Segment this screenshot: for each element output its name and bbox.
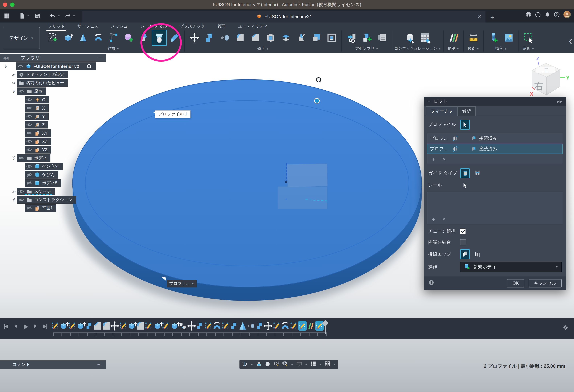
browser-row-平面1[interactable]: 平面1: [0, 204, 106, 212]
timeline-feature-21-sketch[interactable]: [221, 321, 230, 331]
offset-face-tool-button[interactable]: [217, 30, 233, 46]
web-icon[interactable]: [525, 11, 532, 19]
browser-row-名前の付いたビュー[interactable]: ≫名前の付いたビュー: [0, 79, 106, 87]
origin-point[interactable]: [285, 181, 287, 183]
save-button[interactable]: [33, 11, 42, 21]
timeline-feature-26-move[interactable]: [264, 321, 272, 331]
configuration-tool-button[interactable]: [403, 30, 418, 46]
visibility-on-icon[interactable]: [26, 138, 32, 144]
joint-table-tool-button[interactable]: [374, 30, 390, 46]
expand-dialog-icon[interactable]: ▶▶: [557, 99, 562, 103]
presspull-tool-button[interactable]: [202, 30, 217, 46]
timeline-feature-17-move[interactable]: [187, 321, 196, 331]
timeline-feature-28-revolve[interactable]: [281, 321, 289, 331]
visibility-on-icon[interactable]: [26, 97, 32, 103]
ribbon-tab-4[interactable]: シート メタル: [140, 23, 168, 30]
chain-selection-checkbox[interactable]: [460, 228, 466, 234]
profile-row-1[interactable]: プロフ...接続済み: [427, 133, 563, 144]
file-new-button[interactable]: [18, 11, 27, 21]
browser-row-かびん[interactable]: かびん: [0, 171, 106, 179]
ribbon-tab-1[interactable]: ソリッド: [47, 23, 66, 30]
timeline-feature-20-revolve[interactable]: [213, 321, 221, 331]
extrude-tool-button[interactable]: [60, 30, 76, 46]
browser-row-X[interactable]: X: [0, 104, 106, 112]
visibility-off-icon[interactable]: [26, 163, 32, 169]
loft-tool-button[interactable]: [152, 30, 167, 46]
tree-chevron-icon[interactable]: ≫: [11, 81, 17, 85]
timeline-feature-18-step[interactable]: [196, 321, 204, 331]
profile-handle-inner[interactable]: [314, 98, 320, 103]
avatar[interactable]: [563, 11, 571, 20]
visibility-on-icon[interactable]: [26, 130, 32, 136]
visibility-on-icon[interactable]: [18, 197, 24, 203]
dropdown-caret-icon[interactable]: [319, 361, 322, 368]
cone-tool-button[interactable]: [76, 30, 91, 46]
visibility-off-icon[interactable]: [26, 172, 32, 178]
dialog-tab-2[interactable]: 解析: [457, 106, 476, 116]
rail-select-button[interactable]: [460, 180, 470, 190]
recent-icon[interactable]: [535, 11, 541, 19]
rails-list[interactable]: ＋ ✕: [427, 192, 563, 224]
undo-button[interactable]: [48, 11, 57, 21]
dropdown-caret-icon[interactable]: [305, 361, 308, 368]
create-sketch-tool-button[interactable]: [45, 30, 60, 46]
replace-face-tool-button[interactable]: [309, 30, 324, 46]
browser-row-XY[interactable]: XY: [0, 129, 106, 137]
visibility-on-icon[interactable]: [26, 105, 32, 111]
browser-row-ボディ[interactable]: ≫ボディ: [0, 154, 106, 162]
visibility-off-icon[interactable]: [26, 180, 32, 186]
merge-ends-checkbox[interactable]: [460, 239, 466, 245]
group-label[interactable]: 構築 ▼: [448, 46, 459, 51]
draft-tool-button[interactable]: [293, 30, 309, 46]
viewcube[interactable]: Z 上 右 Y X: [525, 55, 569, 99]
group-label[interactable]: 作成 ▼: [108, 46, 119, 51]
dropdown-caret-icon[interactable]: [27, 14, 30, 18]
timeline-feature-4-extrude[interactable]: [76, 321, 85, 331]
browser-row-XZ[interactable]: XZ: [0, 138, 106, 145]
group-label[interactable]: アセンブリ ▼: [355, 46, 378, 51]
document-tab[interactable]: FUISON for Interior v2* ✕: [82, 11, 486, 22]
browser-header[interactable]: ◀◀ ブラウザ —: [0, 54, 106, 62]
visibility-off-icon[interactable]: [26, 205, 32, 211]
info-icon[interactable]: [428, 279, 434, 287]
tree-chevron-icon[interactable]: ≫: [11, 73, 17, 77]
add-comment-icon[interactable]: ＋: [96, 361, 102, 368]
operation-dropdown[interactable]: 新規ボディ ▼: [460, 262, 562, 272]
dialog-tab-1[interactable]: フィーチャ: [426, 106, 457, 116]
gear-icon[interactable]: [562, 325, 569, 332]
remove-profile-icon[interactable]: ✕: [442, 156, 446, 162]
visibility-on-icon[interactable]: [26, 147, 32, 153]
redo-button[interactable]: [63, 11, 73, 21]
group-label[interactable]: 検査 ▼: [468, 46, 479, 51]
browser-row-O[interactable]: O: [0, 96, 106, 103]
create-form-tool-button[interactable]: [121, 30, 136, 46]
guide-type-rails-button[interactable]: [460, 168, 470, 178]
collapse-panel-icon[interactable]: ◀◀: [3, 56, 9, 60]
browser-row-FUISON for Interior v2[interactable]: ≫FUISON for Interior v2: [0, 62, 106, 70]
timeline-feature-11-fillet[interactable]: [136, 321, 144, 331]
timeline-ruler[interactable]: [53, 332, 327, 336]
remove-rail-icon[interactable]: ✕: [442, 217, 446, 222]
timeline-feature-8-move[interactable]: [110, 321, 119, 331]
new-component-tool-button[interactable]: [359, 30, 374, 46]
tangent-edges-smooth-button[interactable]: [460, 249, 470, 259]
new-tab-button[interactable]: ＋: [489, 13, 495, 21]
revolve-tool-button[interactable]: [91, 30, 106, 46]
step-forward-button[interactable]: [32, 323, 39, 332]
timeline-feature-29-sketch[interactable]: [289, 321, 298, 331]
skip-start-button[interactable]: [3, 323, 10, 332]
timeline-feature-30-sketch-active[interactable]: [298, 321, 307, 331]
timeline-position-marker[interactable]: [322, 320, 329, 336]
tree-chevron-icon[interactable]: ≫: [4, 63, 8, 69]
browser-row-原点[interactable]: ≫原点: [0, 87, 106, 95]
tree-chevron-icon[interactable]: ≫: [12, 88, 16, 94]
zoom-icon[interactable]: [273, 361, 279, 368]
browser-row-Z[interactable]: Z: [0, 121, 106, 128]
help-icon[interactable]: ?: [554, 11, 560, 19]
derive-tool-button[interactable]: [344, 30, 359, 46]
look-at-icon[interactable]: [256, 361, 262, 368]
timeline-feature-31-planes[interactable]: [307, 321, 315, 331]
group-label[interactable]: 挿入 ▼: [495, 46, 507, 51]
comments-panel[interactable]: コメント ＋: [0, 360, 106, 369]
dropdown-caret-icon[interactable]: [333, 361, 336, 368]
